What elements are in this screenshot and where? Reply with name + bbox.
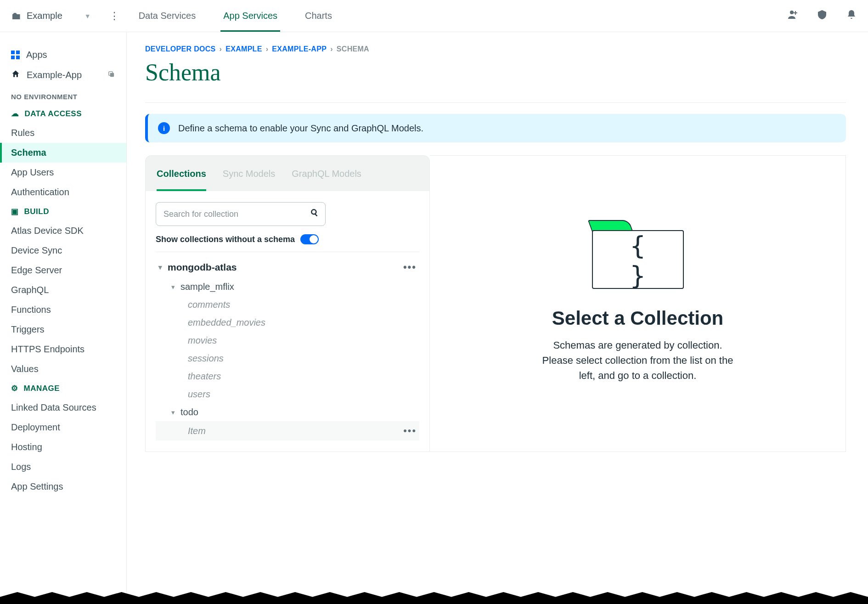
tab-collections[interactable]: Collections bbox=[157, 169, 206, 191]
empty-state: { } Select a Collection Schemas are gene… bbox=[430, 155, 846, 452]
tree-db-todo[interactable]: ▾ todo bbox=[156, 403, 419, 421]
tree-coll-movies[interactable]: movies bbox=[156, 332, 419, 350]
tab-charts[interactable]: Charts bbox=[302, 0, 335, 32]
search-icon[interactable] bbox=[310, 208, 319, 220]
copy-icon[interactable] bbox=[107, 70, 115, 80]
breadcrumb: DEVELOPER DOCS › EXAMPLE › EXAMPLE-APP ›… bbox=[145, 45, 846, 53]
chevron-right-icon: › bbox=[220, 45, 222, 53]
svg-point-0 bbox=[790, 11, 794, 14]
bell-icon[interactable] bbox=[846, 9, 857, 23]
build-icon: ▣ bbox=[11, 207, 19, 216]
sidebar-item-atlas-device-sdk[interactable]: Atlas Device SDK bbox=[0, 221, 126, 241]
tree-coll-theaters[interactable]: theaters bbox=[156, 367, 419, 385]
breadcrumb-example-app[interactable]: EXAMPLE-APP bbox=[272, 45, 327, 53]
support-icon[interactable] bbox=[817, 9, 828, 23]
kebab-menu-icon[interactable]: ⋮ bbox=[109, 10, 119, 22]
sidebar-item-authentication[interactable]: Authentication bbox=[0, 182, 126, 202]
sidebar-apps-label: Apps bbox=[26, 50, 47, 60]
sidebar-item-hosting[interactable]: Hosting bbox=[0, 437, 126, 457]
sidebar-item-values[interactable]: Values bbox=[0, 359, 126, 379]
show-collections-toggle[interactable] bbox=[300, 234, 319, 244]
tree-coll-item[interactable]: Item ••• bbox=[156, 421, 419, 440]
tab-data-services[interactable]: Data Services bbox=[136, 0, 199, 32]
project-name[interactable]: Example bbox=[27, 11, 62, 21]
empty-title: Select a Collection bbox=[552, 307, 723, 329]
chevron-right-icon: › bbox=[266, 45, 269, 53]
chevron-down-icon: ▾ bbox=[171, 283, 175, 291]
sidebar-item-deployment[interactable]: Deployment bbox=[0, 418, 126, 437]
sidebar-item-triggers[interactable]: Triggers bbox=[0, 320, 126, 339]
sidebar-item-edge-server[interactable]: Edge Server bbox=[0, 260, 126, 280]
tree-db-sample-mflix[interactable]: ▾ sample_mflix bbox=[156, 278, 419, 296]
apps-icon bbox=[11, 51, 20, 59]
sidebar-section-data-access: ☁ DATA ACCESS bbox=[0, 104, 126, 123]
sidebar-item-https-endpoints[interactable]: HTTPS Endpoints bbox=[0, 339, 126, 359]
sidebar-section-manage: ⚙ MANAGE bbox=[0, 379, 126, 398]
sidebar-item-functions[interactable]: Functions bbox=[0, 300, 126, 320]
breadcrumb-developer-docs[interactable]: DEVELOPER DOCS bbox=[145, 45, 216, 53]
sidebar-app-name: Example-App bbox=[27, 70, 82, 80]
invite-user-icon[interactable] bbox=[787, 9, 798, 23]
gear-icon: ⚙ bbox=[11, 384, 18, 393]
collection-more-icon[interactable]: ••• bbox=[403, 425, 417, 437]
sidebar-item-app-users[interactable]: App Users bbox=[0, 163, 126, 182]
project-dropdown-caret[interactable]: ▼ bbox=[85, 12, 91, 20]
sidebar-item-rules[interactable]: Rules bbox=[0, 123, 126, 143]
sidebar-item-schema[interactable]: Schema bbox=[0, 143, 126, 163]
info-banner-text: Define a schema to enable your Sync and … bbox=[178, 123, 423, 134]
home-icon bbox=[11, 69, 20, 81]
divider bbox=[145, 102, 846, 103]
sidebar-item-graphql[interactable]: GraphQL bbox=[0, 280, 126, 300]
sidebar-section-build: ▣ BUILD bbox=[0, 202, 126, 221]
sidebar-apps[interactable]: Apps bbox=[0, 45, 126, 65]
breadcrumb-schema: SCHEMA bbox=[337, 45, 369, 53]
sidebar: Apps Example-App NO ENVIRONMENT ☁ DATA A… bbox=[0, 32, 127, 604]
sidebar-item-linked-data-sources[interactable]: Linked Data Sources bbox=[0, 398, 126, 418]
tree-datasource[interactable]: ▾ mongodb-atlas ••• bbox=[156, 257, 419, 278]
sidebar-item-logs[interactable]: Logs bbox=[0, 457, 126, 477]
search-collection-input[interactable] bbox=[156, 202, 326, 226]
info-icon: i bbox=[158, 122, 170, 134]
svg-rect-3 bbox=[110, 73, 114, 77]
toggle-label: Show collections without a schema bbox=[156, 235, 295, 244]
sidebar-item-device-sync[interactable]: Device Sync bbox=[0, 241, 126, 260]
tree-coll-sessions[interactable]: sessions bbox=[156, 350, 419, 367]
empty-desc: Schemas are generated by collection. Ple… bbox=[537, 338, 739, 383]
folder-icon: 🖿 bbox=[11, 10, 21, 22]
info-banner: i Define a schema to enable your Sync an… bbox=[145, 114, 846, 142]
svg-rect-2 bbox=[794, 12, 797, 13]
breadcrumb-example[interactable]: EXAMPLE bbox=[225, 45, 262, 53]
datasource-more-icon[interactable]: ••• bbox=[403, 261, 417, 273]
svg-rect-6 bbox=[315, 214, 317, 216]
sidebar-app-home[interactable]: Example-App bbox=[0, 65, 126, 85]
tree-coll-comments[interactable]: comments bbox=[156, 296, 419, 314]
page-title: Schema bbox=[145, 59, 846, 86]
cloud-icon: ☁ bbox=[11, 109, 19, 119]
sidebar-item-app-settings[interactable]: App Settings bbox=[0, 477, 126, 497]
tab-sync-models[interactable]: Sync Models bbox=[223, 169, 276, 191]
chevron-down-icon: ▾ bbox=[171, 408, 175, 417]
tree-coll-embedded-movies[interactable]: embedded_movies bbox=[156, 314, 419, 332]
sidebar-env-label: NO ENVIRONMENT bbox=[0, 85, 126, 104]
chevron-right-icon: › bbox=[330, 45, 333, 53]
tree-coll-users[interactable]: users bbox=[156, 385, 419, 403]
chevron-down-icon: ▾ bbox=[158, 263, 162, 271]
tab-app-services[interactable]: App Services bbox=[220, 0, 280, 32]
folder-illustration-icon: { } bbox=[592, 220, 684, 289]
tab-graphql-models[interactable]: GraphQL Models bbox=[292, 169, 361, 191]
